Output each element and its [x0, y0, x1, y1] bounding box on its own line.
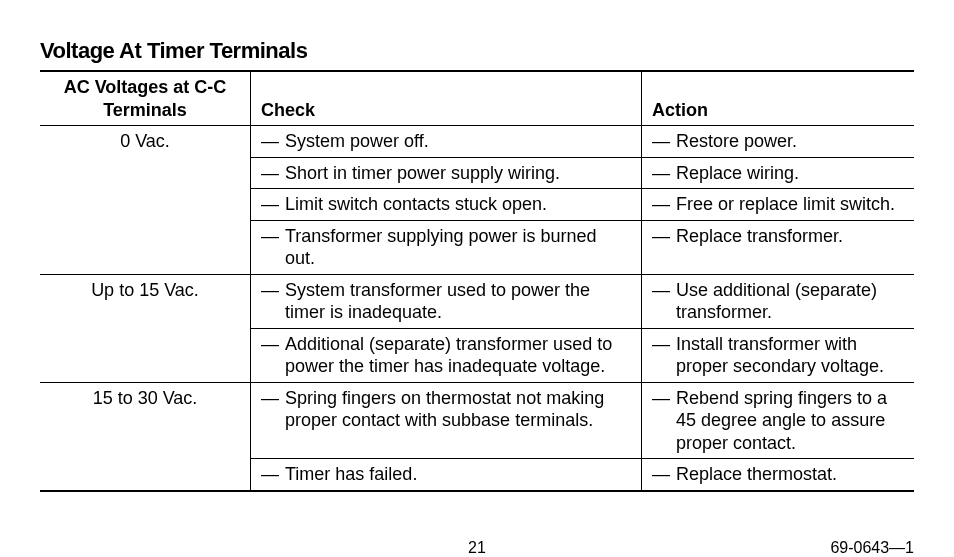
document-number: 69-0643—1: [830, 539, 914, 557]
action-cell: —Restore power.: [642, 126, 915, 158]
cell-text: Replace transformer.: [676, 225, 904, 248]
check-cell: —Spring fingers on thermostat not making…: [251, 382, 642, 459]
action-cell: —Replace transformer.: [642, 220, 915, 274]
voltage-cell: 0 Vac.: [40, 126, 251, 275]
action-cell: —Install transformer with proper seconda…: [642, 328, 915, 382]
check-cell: —System transformer used to power the ti…: [251, 274, 642, 328]
action-cell: —Rebend spring fingers to a 45 degree an…: [642, 382, 915, 459]
check-cell: —System power off.: [251, 126, 642, 158]
cell-text: System power off.: [285, 130, 631, 153]
check-cell: —Short in timer power supply wiring.: [251, 157, 642, 189]
em-dash-icon: —: [652, 193, 676, 216]
voltage-cell: Up to 15 Vac.: [40, 274, 251, 382]
em-dash-icon: —: [261, 130, 285, 153]
cell-text: Replace wiring.: [676, 162, 904, 185]
cell-text: Install transformer with proper secondar…: [676, 333, 904, 378]
cell-text: Limit switch contacts stuck open.: [285, 193, 631, 216]
em-dash-icon: —: [652, 387, 676, 455]
cell-text: Replace thermostat.: [676, 463, 904, 486]
em-dash-icon: —: [652, 225, 676, 248]
section-title: Voltage At Timer Terminals: [40, 38, 914, 64]
em-dash-icon: —: [261, 333, 285, 378]
cell-text: Short in timer power supply wiring.: [285, 162, 631, 185]
em-dash-icon: —: [652, 130, 676, 153]
em-dash-icon: —: [652, 162, 676, 185]
table-row: 0 Vac.—System power off.—Restore power.: [40, 126, 914, 158]
check-cell: —Timer has failed.: [251, 459, 642, 491]
action-cell: —Free or replace limit switch.: [642, 189, 915, 221]
em-dash-icon: —: [652, 279, 676, 324]
em-dash-icon: —: [261, 279, 285, 324]
cell-text: System transformer used to power the tim…: [285, 279, 631, 324]
action-cell: —Replace thermostat.: [642, 459, 915, 491]
em-dash-icon: —: [652, 333, 676, 378]
voltage-cell: 15 to 30 Vac.: [40, 382, 251, 491]
check-cell: —Additional (separate) transformer used …: [251, 328, 642, 382]
cell-text: Free or replace limit switch.: [676, 193, 904, 216]
cell-text: Rebend spring fingers to a 45 degree ang…: [676, 387, 904, 455]
em-dash-icon: —: [261, 225, 285, 270]
voltage-table: AC Voltages at C-C Terminals Check Actio…: [40, 70, 914, 492]
col-header-action: Action: [642, 71, 915, 126]
col-header-check: Check: [251, 71, 642, 126]
cell-text: Additional (separate) transformer used t…: [285, 333, 631, 378]
col-header-voltage: AC Voltages at C-C Terminals: [40, 71, 251, 126]
action-cell: —Use additional (separate) transformer.: [642, 274, 915, 328]
table-row: Up to 15 Vac.—System transformer used to…: [40, 274, 914, 328]
page-number: 21: [468, 539, 486, 557]
cell-text: Restore power.: [676, 130, 904, 153]
em-dash-icon: —: [261, 162, 285, 185]
em-dash-icon: —: [261, 193, 285, 216]
em-dash-icon: —: [261, 463, 285, 486]
em-dash-icon: —: [261, 387, 285, 432]
cell-text: Timer has failed.: [285, 463, 631, 486]
cell-text: Transformer supplying power is burned ou…: [285, 225, 631, 270]
action-cell: —Replace wiring.: [642, 157, 915, 189]
cell-text: Use additional (separate) transformer.: [676, 279, 904, 324]
cell-text: Spring fingers on thermostat not making …: [285, 387, 631, 432]
check-cell: —Transformer supplying power is burned o…: [251, 220, 642, 274]
em-dash-icon: —: [652, 463, 676, 486]
table-row: 15 to 30 Vac.—Spring fingers on thermost…: [40, 382, 914, 459]
check-cell: —Limit switch contacts stuck open.: [251, 189, 642, 221]
